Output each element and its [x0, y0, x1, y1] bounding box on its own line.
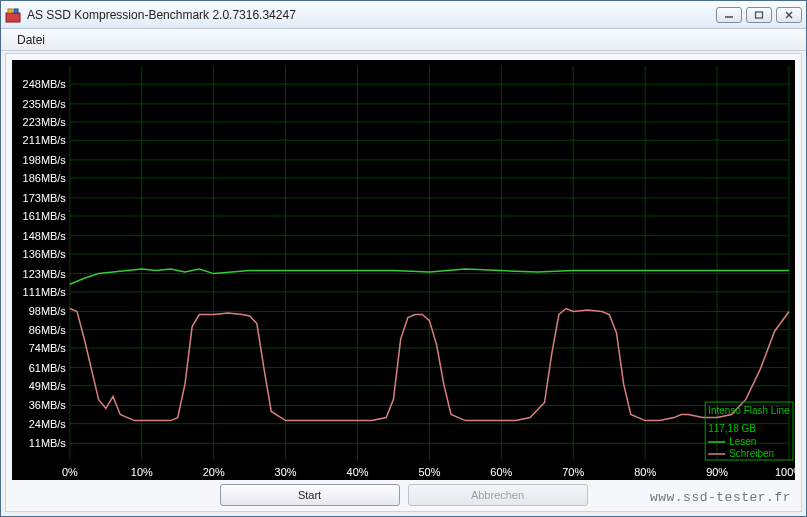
svg-rect-2: [14, 9, 18, 13]
window-title: AS SSD Kompression-Benchmark 2.0.7316.34…: [27, 8, 716, 22]
svg-text:173MB/s: 173MB/s: [23, 192, 67, 204]
svg-text:24MB/s: 24MB/s: [29, 418, 67, 430]
svg-text:98MB/s: 98MB/s: [29, 305, 67, 317]
svg-text:30%: 30%: [275, 466, 297, 478]
maximize-button[interactable]: [746, 7, 772, 23]
content-panel: 11MB/s24MB/s36MB/s49MB/s61MB/s74MB/s86MB…: [5, 53, 802, 512]
svg-text:50%: 50%: [418, 466, 440, 478]
svg-text:117,18 GB: 117,18 GB: [708, 423, 756, 434]
svg-rect-0: [6, 13, 20, 22]
titlebar[interactable]: AS SSD Kompression-Benchmark 2.0.7316.34…: [1, 1, 806, 29]
svg-text:70%: 70%: [562, 466, 584, 478]
app-window: AS SSD Kompression-Benchmark 2.0.7316.34…: [0, 0, 807, 517]
app-icon: [5, 7, 21, 23]
svg-text:111MB/s: 111MB/s: [23, 286, 67, 298]
svg-text:136MB/s: 136MB/s: [23, 248, 67, 260]
svg-text:61MB/s: 61MB/s: [29, 362, 67, 374]
svg-rect-1: [8, 9, 12, 13]
svg-text:36MB/s: 36MB/s: [29, 399, 67, 411]
svg-text:198MB/s: 198MB/s: [23, 154, 67, 166]
cancel-button: Abbrechen: [408, 484, 588, 506]
svg-text:20%: 20%: [203, 466, 225, 478]
menubar: Datei: [1, 29, 806, 51]
start-button[interactable]: Start: [220, 484, 400, 506]
svg-text:248MB/s: 248MB/s: [23, 78, 67, 90]
menu-file[interactable]: Datei: [9, 31, 53, 49]
svg-text:60%: 60%: [490, 466, 512, 478]
svg-text:161MB/s: 161MB/s: [23, 210, 67, 222]
svg-text:148MB/s: 148MB/s: [23, 230, 67, 242]
svg-text:186MB/s: 186MB/s: [23, 172, 67, 184]
svg-rect-4: [756, 12, 763, 18]
minimize-button[interactable]: [716, 7, 742, 23]
svg-text:211MB/s: 211MB/s: [23, 134, 67, 146]
close-button[interactable]: [776, 7, 802, 23]
chart-svg: 11MB/s24MB/s36MB/s49MB/s61MB/s74MB/s86MB…: [12, 60, 795, 480]
svg-text:86MB/s: 86MB/s: [29, 324, 67, 336]
svg-text:80%: 80%: [634, 466, 656, 478]
svg-text:11MB/s: 11MB/s: [29, 437, 67, 449]
svg-text:Intenso Flash Line: Intenso Flash Line: [708, 405, 790, 416]
svg-text:49MB/s: 49MB/s: [29, 380, 67, 392]
svg-text:Lesen: Lesen: [729, 436, 756, 447]
svg-text:Schreiben: Schreiben: [729, 448, 774, 459]
svg-text:40%: 40%: [347, 466, 369, 478]
svg-text:10%: 10%: [131, 466, 153, 478]
svg-text:74MB/s: 74MB/s: [29, 342, 67, 354]
svg-text:223MB/s: 223MB/s: [23, 116, 67, 128]
button-bar: Start Abbrechen: [6, 481, 801, 509]
svg-text:123MB/s: 123MB/s: [23, 268, 67, 280]
svg-text:90%: 90%: [706, 466, 728, 478]
chart-area: 11MB/s24MB/s36MB/s49MB/s61MB/s74MB/s86MB…: [12, 60, 795, 480]
window-controls: [716, 7, 802, 23]
svg-text:100%: 100%: [775, 466, 795, 478]
svg-text:235MB/s: 235MB/s: [23, 98, 67, 110]
svg-text:0%: 0%: [62, 466, 78, 478]
